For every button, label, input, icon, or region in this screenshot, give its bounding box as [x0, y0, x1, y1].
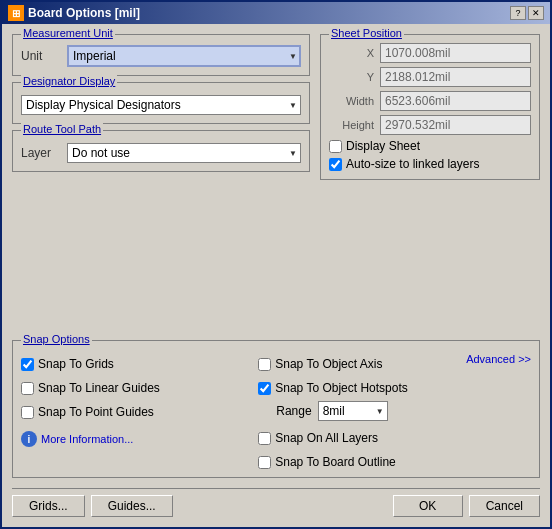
- unit-row: Unit Imperial Metric: [21, 45, 301, 67]
- snap-options-label: Snap Options: [21, 333, 92, 345]
- layer-label: Layer: [21, 146, 61, 160]
- height-row: Height: [329, 115, 531, 135]
- display-sheet-label: Display Sheet: [346, 139, 420, 153]
- width-input: [380, 91, 531, 111]
- snap-to-point-row: Snap To Point Guides: [21, 405, 248, 419]
- snap-right-col: Snap To Object Axis Snap To Object Hotsp…: [258, 353, 531, 469]
- snap-to-linear-label: Snap To Linear Guides: [38, 381, 160, 395]
- sheet-position-label: Sheet Position: [329, 27, 404, 39]
- x-input: [380, 43, 531, 63]
- snap-to-linear-checkbox[interactable]: [21, 382, 34, 395]
- title-bar-left: ⊞ Board Options [mil]: [8, 5, 140, 21]
- window-title: Board Options [mil]: [28, 6, 140, 20]
- snap-right-header: Snap To Object Axis Snap To Object Hotsp…: [258, 353, 531, 469]
- auto-size-label: Auto-size to linked layers: [346, 157, 479, 171]
- snap-to-board-label: Snap To Board Outline: [275, 455, 396, 469]
- snap-right-checkboxes: Snap To Object Axis Snap To Object Hotsp…: [258, 353, 408, 469]
- range-select-wrapper: 8mil 10mil 20mil 50mil: [318, 401, 388, 421]
- snap-options-content: Snap To Grids Snap To Linear Guides Snap…: [21, 353, 531, 469]
- designator-select-wrapper: Display Physical Designators Display Log…: [21, 95, 301, 115]
- range-label: Range: [276, 404, 311, 418]
- auto-size-checkbox[interactable]: [329, 158, 342, 171]
- route-tool-path-group: Route Tool Path Layer Do not use Top Lay…: [12, 130, 310, 172]
- designator-display-group: Designator Display Display Physical Desi…: [12, 82, 310, 124]
- advanced-link[interactable]: Advanced >>: [466, 353, 531, 365]
- title-bar: ⊞ Board Options [mil] ? ✕: [2, 2, 550, 24]
- snap-to-point-label: Snap To Point Guides: [38, 405, 154, 419]
- more-info-link[interactable]: More Information...: [41, 433, 133, 445]
- y-input: [380, 67, 531, 87]
- snap-to-axis-label: Snap To Object Axis: [275, 357, 382, 371]
- auto-size-row: Auto-size to linked layers: [329, 157, 531, 171]
- snap-to-axis-checkbox[interactable]: [258, 358, 271, 371]
- right-panel: Sheet Position X Y Width: [320, 34, 540, 334]
- x-label: X: [329, 47, 374, 59]
- unit-select[interactable]: Imperial Metric: [67, 45, 301, 67]
- snap-to-board-checkbox[interactable]: [258, 456, 271, 469]
- snap-to-hotspots-checkbox[interactable]: [258, 382, 271, 395]
- range-select[interactable]: 8mil 10mil 20mil 50mil: [318, 401, 388, 421]
- layer-select[interactable]: Do not use Top Layer Bottom Layer: [67, 143, 301, 163]
- range-row: Range 8mil 10mil 20mil 50mil: [276, 401, 408, 421]
- route-tool-path-label: Route Tool Path: [21, 123, 103, 135]
- display-sheet-row: Display Sheet: [329, 139, 531, 153]
- display-sheet-checkbox[interactable]: [329, 140, 342, 153]
- unit-select-wrapper: Imperial Metric: [67, 45, 301, 67]
- designator-display-label: Designator Display: [21, 75, 117, 87]
- snap-options-group: Snap Options Snap To Grids Snap To Linea…: [12, 340, 540, 478]
- layer-row: Layer Do not use Top Layer Bottom Layer: [21, 143, 301, 163]
- grids-button[interactable]: Grids...: [12, 495, 85, 517]
- snap-to-point-checkbox[interactable]: [21, 406, 34, 419]
- width-row: Width: [329, 91, 531, 111]
- snap-to-grids-checkbox[interactable]: [21, 358, 34, 371]
- height-input: [380, 115, 531, 135]
- x-row: X: [329, 43, 531, 63]
- designator-row: Display Physical Designators Display Log…: [21, 95, 301, 115]
- snap-to-grids-row: Snap To Grids: [21, 357, 248, 371]
- y-label: Y: [329, 71, 374, 83]
- snap-on-all-row: Snap On All Layers: [258, 431, 408, 445]
- main-content: Measurement Unit Unit Imperial Metric De: [2, 24, 550, 527]
- left-panel: Measurement Unit Unit Imperial Metric De: [12, 34, 310, 334]
- main-window: ⊞ Board Options [mil] ? ✕ Measurement Un…: [0, 0, 552, 529]
- bottom-right-buttons: OK Cancel: [393, 495, 540, 517]
- guides-button[interactable]: Guides...: [91, 495, 173, 517]
- info-icon: i: [21, 431, 37, 447]
- bottom-bar: Grids... Guides... OK Cancel: [12, 488, 540, 517]
- snap-to-linear-row: Snap To Linear Guides: [21, 381, 248, 395]
- title-buttons: ? ✕: [510, 6, 544, 20]
- layer-select-wrapper: Do not use Top Layer Bottom Layer: [67, 143, 301, 163]
- help-button[interactable]: ?: [510, 6, 526, 20]
- snap-left-col: Snap To Grids Snap To Linear Guides Snap…: [21, 353, 248, 469]
- info-row: i More Information...: [21, 431, 248, 447]
- snap-to-grids-label: Snap To Grids: [38, 357, 114, 371]
- bottom-left-buttons: Grids... Guides...: [12, 495, 173, 517]
- sheet-position-group: Sheet Position X Y Width: [320, 34, 540, 180]
- measurement-unit-label: Measurement Unit: [21, 27, 115, 39]
- width-label: Width: [329, 95, 374, 107]
- cancel-button[interactable]: Cancel: [469, 495, 540, 517]
- snap-on-all-label: Snap On All Layers: [275, 431, 378, 445]
- close-button[interactable]: ✕: [528, 6, 544, 20]
- unit-label: Unit: [21, 49, 61, 63]
- snap-on-all-checkbox[interactable]: [258, 432, 271, 445]
- snap-to-hotspots-row: Snap To Object Hotspots: [258, 381, 408, 395]
- snap-to-hotspots-label: Snap To Object Hotspots: [275, 381, 408, 395]
- designator-select[interactable]: Display Physical Designators Display Log…: [21, 95, 301, 115]
- measurement-unit-group: Measurement Unit Unit Imperial Metric: [12, 34, 310, 76]
- y-row: Y: [329, 67, 531, 87]
- height-label: Height: [329, 119, 374, 131]
- main-area: Measurement Unit Unit Imperial Metric De: [12, 34, 540, 334]
- window-icon: ⊞: [8, 5, 24, 21]
- snap-to-axis-row: Snap To Object Axis: [258, 357, 408, 371]
- snap-to-board-row: Snap To Board Outline: [258, 455, 408, 469]
- ok-button[interactable]: OK: [393, 495, 463, 517]
